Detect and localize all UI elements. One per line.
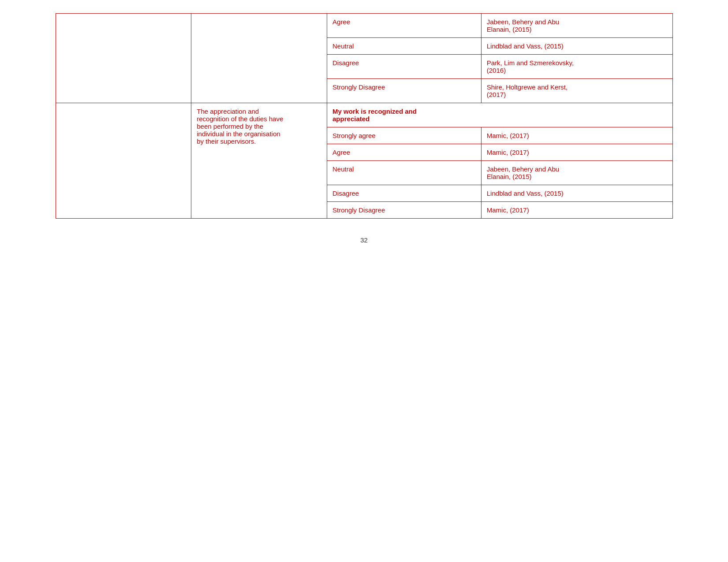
section2-col1: [56, 103, 191, 219]
section1-disagree-label: Disagree: [327, 55, 482, 79]
section2-neutral-ref: Jabeen, Behery and Abu Elanain, (2015): [481, 161, 672, 185]
main-table: Agree Jabeen, Behery and Abu Elanain, (2…: [56, 13, 673, 219]
section2-agree-ref: Mamic, (2017): [481, 144, 672, 161]
page-number: 32: [360, 236, 368, 244]
section2-stronglyagree-ref: Mamic, (2017): [481, 127, 672, 144]
section1-neutral-label: Neutral: [327, 38, 482, 55]
table-row: The appreciation and recognition of the …: [56, 103, 672, 127]
section1-neutral-ref: Lindblad and Vass, (2015): [481, 38, 672, 55]
section1-agree-label: Agree: [327, 14, 482, 38]
section2-agree-label: Agree: [327, 144, 482, 161]
table-row: Agree Jabeen, Behery and Abu Elanain, (2…: [56, 14, 672, 38]
section1-col2: [191, 14, 327, 103]
section1-agree-ref: Jabeen, Behery and Abu Elanain, (2015): [481, 14, 672, 38]
section2-disagree-ref: Lindblad and Vass, (2015): [481, 185, 672, 202]
section1-disagree-ref: Park, Lim and Szmerekovsky, (2016): [481, 55, 672, 79]
section2-left-text: The appreciation and recognition of the …: [191, 103, 327, 219]
section2-stronglydisagree-ref: Mamic, (2017): [481, 202, 672, 219]
section1-stronglydisagree-label: Strongly Disagree: [327, 79, 482, 103]
section2-stronglydisagree-label: Strongly Disagree: [327, 202, 482, 219]
section2-stronglyagree-label: Strongly agree: [327, 127, 482, 144]
section1-stronglydisagree-ref: Shire, Holtgrewe and Kerst, (2017): [481, 79, 672, 103]
section2-disagree-label: Disagree: [327, 185, 482, 202]
section1-col1: [56, 14, 191, 103]
section2-question-header: My work is recognized and appreciated: [327, 103, 672, 127]
section2-neutral-label: Neutral: [327, 161, 482, 185]
page-wrapper: Agree Jabeen, Behery and Abu Elanain, (2…: [56, 13, 673, 244]
